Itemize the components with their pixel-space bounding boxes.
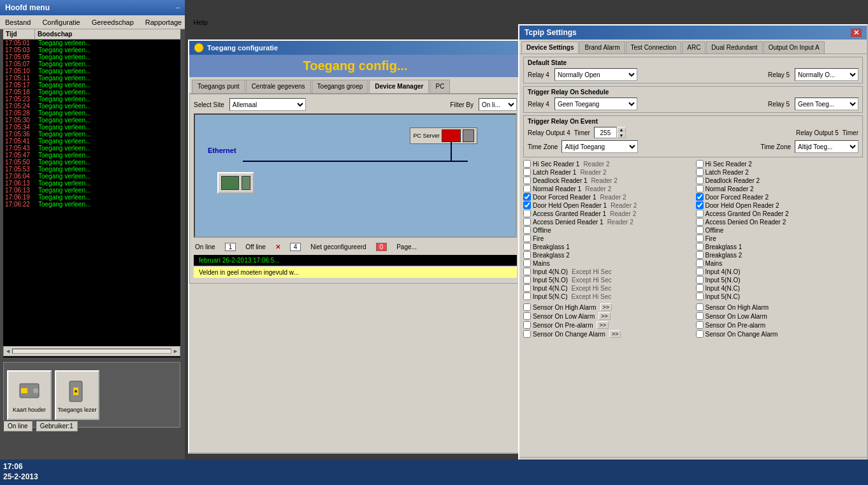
log-row: 17:05:47Toegang verleen... — [3, 152, 180, 159]
tab-device-settings[interactable]: Device Settings — [521, 41, 579, 54]
tab-test-connection[interactable]: Test Connection — [626, 41, 682, 54]
right-check-3[interactable] — [696, 185, 704, 192]
tab-toegangspunt[interactable]: Toegangs punt — [192, 80, 245, 93]
log-row: 17:06:22Toegang verleen... — [3, 201, 180, 208]
relay5-sched-select[interactable]: Geen Toeg... — [795, 98, 858, 110]
right-check-6[interactable] — [696, 210, 704, 217]
left-check-2[interactable] — [523, 177, 531, 184]
select-site-dropdown[interactable]: Allemaal — [229, 98, 306, 111]
timer-up[interactable]: ▲ — [617, 127, 626, 133]
left-sensor-label-1: Sensor On Low Alarm — [533, 313, 595, 320]
menu-gereedschap[interactable]: Gereedschap — [89, 17, 136, 27]
timezone5-select[interactable]: Altijd Toeg... — [795, 140, 858, 153]
check-right-label: Reader 2 — [607, 219, 633, 226]
left-check-14[interactable] — [523, 276, 531, 284]
left-check-15[interactable] — [523, 284, 531, 292]
filter-by-dropdown[interactable]: On li... — [479, 98, 517, 111]
log-msg: Toegang verleen... — [36, 47, 92, 54]
tab-device-manager[interactable]: Device Manager — [369, 80, 429, 93]
left-check-16[interactable] — [523, 293, 531, 300]
log-time: 17:05:43 — [3, 145, 36, 152]
toegangslezer-btn[interactable]: Toegangs lezer — [55, 370, 99, 420]
left-check-label-2: Deadlock Reader 1 — [533, 177, 588, 184]
left-check-10[interactable] — [523, 243, 531, 250]
left-check-1[interactable] — [523, 168, 531, 176]
right-check-row: Access Granted On Reader 2 — [696, 210, 864, 217]
right-check-15[interactable] — [696, 284, 704, 292]
tab-centrale[interactable]: Centrale gegevens — [246, 80, 311, 93]
left-check-12[interactable] — [523, 259, 531, 267]
menu-help[interactable]: Help — [191, 17, 210, 27]
left-check-0[interactable] — [523, 160, 531, 168]
left-sensor-check-3[interactable] — [523, 330, 531, 338]
sensor-arrow-3[interactable]: >> — [609, 330, 621, 338]
left-check-3[interactable] — [523, 185, 531, 192]
right-sensor-check-2[interactable] — [696, 321, 704, 329]
left-check-4[interactable] — [523, 193, 531, 201]
right-sensor-check-1[interactable] — [696, 312, 704, 320]
menu-configuratie[interactable]: Configuratie — [40, 17, 82, 27]
right-check-0[interactable] — [696, 160, 704, 168]
timer-down[interactable]: ▼ — [617, 133, 626, 138]
left-sensor-check-0[interactable] — [523, 303, 531, 311]
tab-arc[interactable]: ARC — [682, 41, 705, 54]
timer-input[interactable] — [594, 127, 617, 138]
right-check-13[interactable] — [696, 268, 704, 275]
right-check-12[interactable] — [696, 259, 704, 267]
online-num: 1 — [225, 243, 236, 251]
right-check-5[interactable] — [696, 201, 704, 209]
right-sensor-check-0[interactable] — [696, 303, 704, 311]
right-sensor-check-3[interactable] — [696, 330, 704, 338]
right-check-10[interactable] — [696, 243, 704, 250]
tab-output-input[interactable]: Output On Input A — [763, 41, 825, 54]
log-row: 17:05:41Toegang verleen... — [3, 138, 180, 145]
right-check-7[interactable] — [696, 218, 704, 226]
menu-bestand[interactable]: Bestand — [3, 17, 33, 27]
tab-groep[interactable]: Toegangs groep — [312, 80, 369, 93]
timezone-select[interactable]: Altijd Toegang — [561, 140, 638, 153]
relay5-default-select[interactable]: Normally O... — [795, 68, 858, 81]
left-check-7[interactable] — [523, 218, 531, 226]
sensor-arrow-0[interactable]: >> — [600, 303, 612, 311]
niet-label: Niet geconfigureerd — [310, 243, 366, 250]
sensor-arrow-1[interactable]: >> — [598, 312, 611, 320]
right-check-label-10: Breakglass 1 — [705, 243, 742, 250]
sensor-arrow-2[interactable]: >> — [597, 321, 609, 329]
log-msg: Toegang verleen... — [36, 103, 92, 110]
log-msg: Toegang verleen... — [36, 138, 92, 145]
left-check-5[interactable] — [523, 201, 531, 209]
main-menubar: Bestand Configuratie Gereedschap Rapport… — [0, 15, 185, 29]
right-check-8[interactable] — [696, 226, 704, 234]
tcpip-body: Default State Relay 4 Normally Open Rela… — [519, 54, 867, 457]
log-time: 17:06:19 — [3, 194, 36, 201]
menu-rapportage[interactable]: Rapportage — [143, 17, 185, 27]
log-msg: Toegang verleen... — [36, 187, 92, 194]
right-check-2[interactable] — [696, 177, 704, 184]
left-check-9[interactable] — [523, 235, 531, 242]
tcpip-close-icon[interactable]: ✕ — [851, 29, 862, 37]
left-check-11[interactable] — [523, 251, 531, 259]
check-right-label: Except Hi Sec — [572, 277, 612, 284]
tab-dual-redundant[interactable]: Dual Redundant — [706, 41, 762, 54]
left-check-8[interactable] — [523, 226, 531, 234]
left-check-6[interactable] — [523, 210, 531, 217]
yellow-bar: Velden in geel moeten ingevuld w... — [194, 267, 517, 278]
minimize-icon[interactable]: ─ — [176, 4, 180, 11]
right-check-14[interactable] — [696, 276, 704, 284]
right-check-16[interactable] — [696, 293, 704, 300]
right-check-1[interactable] — [696, 168, 704, 176]
relay4-sched-select[interactable]: Geen Toegang — [554, 98, 637, 110]
log-time: 17:05:41 — [3, 138, 36, 145]
right-check-9[interactable] — [696, 235, 704, 242]
kaarthouder-btn[interactable]: Kaart houder — [7, 370, 52, 420]
left-sensor-check-1[interactable] — [523, 312, 531, 320]
left-check-label-13: Input 4(N.O) — [533, 268, 568, 275]
left-sensor-check-2[interactable] — [523, 321, 531, 329]
tab-pc[interactable]: PC — [430, 80, 450, 93]
right-check-row: Input 5(N.C) — [696, 293, 864, 300]
relay4-default-select[interactable]: Normally Open — [554, 68, 637, 81]
tab-brand-alarm[interactable]: Brand Alarm — [579, 41, 625, 54]
right-check-11[interactable] — [696, 251, 704, 259]
right-check-4[interactable] — [696, 193, 704, 201]
left-check-13[interactable] — [523, 268, 531, 275]
